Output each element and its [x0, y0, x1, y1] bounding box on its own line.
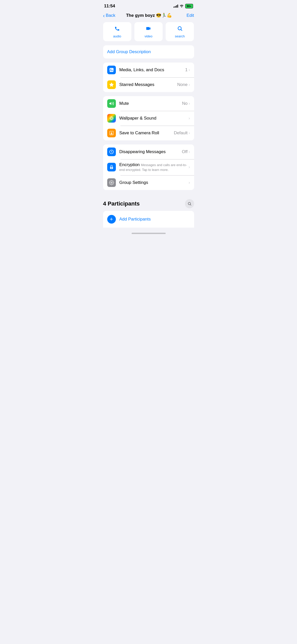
mute-label: Mute	[119, 101, 129, 106]
mute-icon	[107, 99, 116, 108]
back-chevron-icon: ‹	[103, 13, 105, 18]
svg-marker-6	[109, 102, 111, 105]
svg-marker-5	[109, 83, 114, 87]
search-icon	[177, 26, 183, 33]
nav-title: The gym boyz 😎🏃‍♂️💪	[115, 13, 183, 18]
media-value: 1	[185, 67, 187, 72]
svg-point-19	[111, 168, 112, 168]
wallpaper-chevron-icon: ›	[189, 116, 190, 121]
encryption-chevron-icon: ›	[189, 165, 190, 169]
mute-row[interactable]: Mute No ›	[103, 96, 194, 111]
svg-point-20	[111, 182, 112, 183]
phone-icon	[114, 26, 120, 33]
search-label: search	[175, 34, 185, 38]
signal-icon	[174, 5, 178, 8]
search-button[interactable]: search	[166, 22, 194, 41]
encryption-icon	[107, 163, 116, 171]
svg-line-1	[181, 30, 182, 31]
nav-bar: ‹ Back The gym boyz 😎🏃‍♂️💪 Edit	[99, 11, 198, 21]
svg-rect-2	[110, 68, 113, 72]
save-camera-roll-icon	[107, 129, 116, 137]
starred-messages-label: Starred Messages	[119, 82, 154, 87]
group-settings-chevron-icon: ›	[189, 180, 190, 185]
disappearing-value: Off	[182, 149, 187, 154]
advanced-section: Disappearing Messages Off › Encryption M…	[103, 144, 194, 190]
add-description-text: Add Group Description	[107, 49, 151, 54]
svg-point-4	[110, 69, 111, 69]
starred-messages-row[interactable]: Starred Messages None ›	[103, 77, 194, 92]
group-settings-row[interactable]: Group Settings ›	[103, 175, 194, 190]
add-participants-row[interactable]: + Add Participants	[103, 211, 194, 228]
svg-point-9	[111, 118, 112, 119]
action-row: audio video search	[99, 21, 198, 45]
starred-chevron-icon: ›	[189, 82, 190, 87]
svg-line-22	[190, 204, 191, 205]
video-label: video	[145, 34, 152, 38]
home-indicator-area	[99, 228, 198, 236]
wifi-icon	[180, 4, 184, 8]
disappearing-chevron-icon: ›	[189, 150, 190, 154]
participants-search-button[interactable]	[185, 199, 194, 208]
encryption-row[interactable]: Encryption Messages and calls are end-to…	[103, 159, 194, 175]
media-section: Media, Links, and Docs 1 › Starred Messa…	[103, 63, 194, 92]
add-participants-label: Add Participants	[119, 217, 151, 222]
wallpaper-sound-label: Wallpaper & Sound	[119, 116, 157, 121]
notifications-section: Mute No › Wallpaper & Sound ›	[103, 96, 194, 140]
mute-chevron-icon: ›	[189, 101, 190, 106]
edit-button[interactable]: Edit	[183, 13, 194, 18]
disappearing-messages-row[interactable]: Disappearing Messages Off ›	[103, 144, 194, 159]
media-icon	[107, 66, 116, 74]
disappearing-icon	[107, 148, 116, 156]
audio-button[interactable]: audio	[103, 22, 131, 41]
video-icon	[146, 26, 151, 33]
starred-value: None	[177, 82, 188, 87]
video-button[interactable]: video	[134, 22, 163, 41]
status-icons: 90+	[174, 4, 193, 8]
add-description-section[interactable]: Add Group Description	[103, 45, 194, 58]
wallpaper-sound-row[interactable]: Wallpaper & Sound ›	[103, 111, 194, 126]
group-settings-label: Group Settings	[119, 180, 148, 185]
back-label: Back	[106, 13, 115, 18]
status-time: 11:54	[104, 4, 115, 9]
save-camera-roll-label: Save to Camera Roll	[119, 130, 159, 135]
status-bar: 11:54 90+	[99, 0, 198, 11]
home-indicator	[132, 233, 166, 234]
mute-value: No	[182, 101, 187, 106]
encryption-label: Encryption	[119, 162, 140, 167]
starred-icon	[107, 80, 116, 89]
save-camera-roll-row[interactable]: Save to Camera Roll Default ›	[103, 126, 194, 140]
participants-title: 4 Participants	[103, 200, 140, 207]
add-participants-icon: +	[107, 215, 116, 224]
save-camera-roll-chevron-icon: ›	[189, 131, 190, 135]
group-settings-icon	[107, 178, 116, 187]
media-links-docs-row[interactable]: Media, Links, and Docs 1 ›	[103, 63, 194, 77]
disappearing-label: Disappearing Messages	[119, 149, 166, 154]
back-button[interactable]: ‹ Back	[103, 13, 115, 18]
audio-label: audio	[113, 34, 121, 38]
save-camera-roll-value: Default	[174, 130, 187, 136]
battery-icon: 90+	[185, 4, 193, 8]
participants-header: 4 Participants	[99, 194, 198, 211]
media-links-docs-label: Media, Links, and Docs	[119, 67, 164, 72]
wallpaper-icon	[107, 114, 116, 123]
media-chevron-icon: ›	[189, 68, 190, 72]
